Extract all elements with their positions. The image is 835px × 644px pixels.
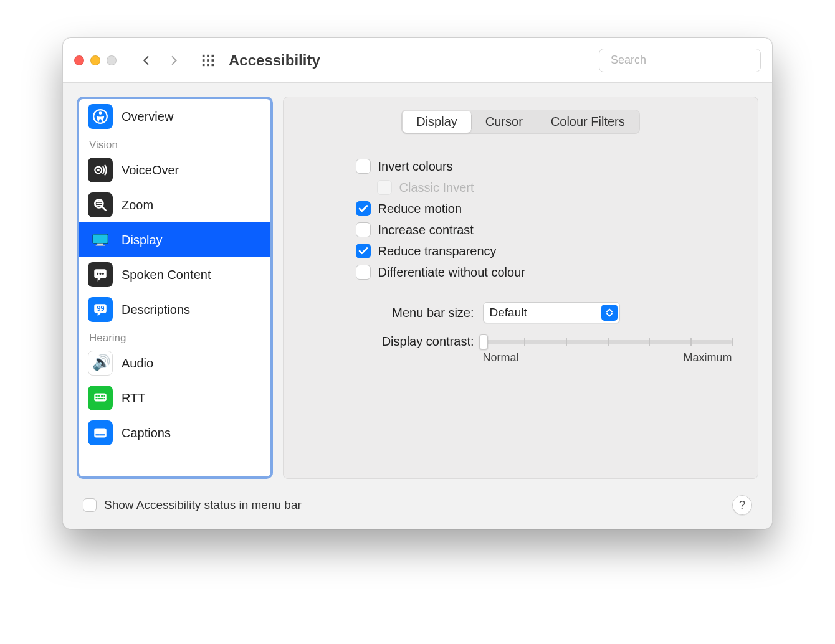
help-button[interactable]: ?	[732, 495, 752, 515]
svg-rect-39	[100, 434, 105, 435]
option-increase-contrast[interactable]: Increase contrast	[356, 222, 705, 237]
svg-rect-0	[203, 54, 205, 57]
option-differentiate-without-colour[interactable]: Differentiate without colour	[356, 265, 705, 280]
sidebar-item-overview[interactable]: Overview	[79, 99, 270, 134]
svg-point-12	[99, 111, 102, 115]
sidebar-item-voiceover[interactable]: VoiceOver	[79, 153, 270, 187]
svg-point-24	[97, 273, 98, 275]
close-window-button[interactable]	[74, 55, 84, 65]
sidebar-item-captions[interactable]: Captions	[79, 415, 270, 450]
sidebar-item-label: Display	[122, 233, 163, 247]
checkbox-reduce-motion[interactable]	[356, 201, 371, 216]
sidebar-item-label: Overview	[122, 110, 173, 124]
checkbox-invert-colours[interactable]	[356, 159, 371, 174]
zoom-window-button[interactable]	[107, 55, 117, 65]
option-classic-invert: Classic Invert	[377, 180, 705, 195]
svg-point-26	[102, 273, 104, 275]
svg-rect-33	[103, 395, 105, 397]
sidebar-item-descriptions[interactable]: 99 Descriptions	[79, 292, 270, 327]
checkbox-differentiate-without-colour[interactable]	[356, 265, 371, 280]
spoken-content-icon	[88, 262, 113, 287]
sidebar-item-label: VoiceOver	[122, 163, 179, 178]
sidebar-item-zoom[interactable]: Zoom	[79, 187, 270, 222]
slider-max-label: Maximum	[683, 351, 732, 364]
svg-rect-35	[98, 398, 103, 399]
slider-min-label: Normal	[483, 351, 519, 364]
menu-bar-size-label: Menu bar size:	[356, 306, 474, 320]
checkbox-increase-contrast[interactable]	[356, 222, 371, 237]
sidebar-item-spoken-content[interactable]: Spoken Content	[79, 257, 270, 292]
zoom-icon	[88, 192, 113, 217]
display-contrast-row: Display contrast: No	[356, 334, 705, 364]
svg-rect-38	[95, 434, 100, 435]
option-reduce-motion[interactable]: Reduce motion	[356, 201, 705, 216]
option-label: Reduce transparency	[378, 244, 497, 258]
tab-display[interactable]: Display	[403, 111, 471, 133]
svg-rect-5	[212, 59, 214, 62]
option-reduce-transparency[interactable]: Reduce transparency	[356, 244, 705, 258]
chevron-left-icon	[141, 55, 152, 66]
display-contrast-slider[interactable]	[483, 340, 732, 344]
checkbox-show-status[interactable]	[83, 498, 97, 512]
search-field[interactable]	[599, 49, 761, 72]
svg-rect-37	[94, 428, 107, 437]
check-icon	[358, 203, 369, 214]
svg-rect-21	[97, 244, 103, 245]
svg-rect-22	[96, 245, 105, 246]
overview-icon	[88, 104, 113, 129]
option-label: Differentiate without colour	[378, 265, 525, 280]
rtt-icon	[88, 386, 113, 410]
captions-icon	[88, 420, 113, 445]
svg-rect-20	[93, 234, 108, 244]
svg-rect-8	[212, 64, 214, 66]
tab-colour-filters[interactable]: Colour Filters	[537, 111, 639, 133]
sidebar-item-label: Audio	[122, 356, 153, 371]
question-mark-icon: ?	[739, 498, 746, 512]
select-value: Default	[490, 306, 527, 320]
svg-rect-6	[203, 64, 205, 66]
sidebar-item-audio[interactable]: 🔊 Audio	[79, 346, 270, 381]
svg-rect-34	[95, 398, 97, 399]
forward-button[interactable]	[165, 52, 183, 69]
option-label: Increase contrast	[378, 223, 474, 237]
voiceover-icon	[88, 158, 113, 182]
show-all-button[interactable]	[201, 54, 215, 67]
svg-rect-2	[212, 54, 214, 57]
minimize-window-button[interactable]	[90, 55, 100, 65]
menu-bar-size-row: Menu bar size: Default	[356, 302, 705, 323]
tab-cursor[interactable]: Cursor	[472, 111, 537, 133]
menu-bar-size-select[interactable]: Default	[483, 302, 620, 323]
sidebar-item-label: Descriptions	[122, 303, 190, 317]
option-invert-colours[interactable]: Invert colours	[356, 159, 705, 174]
sidebar-item-label: Spoken Content	[122, 268, 211, 282]
svg-rect-36	[103, 398, 105, 399]
option-label: Invert colours	[378, 159, 453, 174]
display-contrast-label: Display contrast:	[356, 334, 474, 349]
select-stepper-icon	[601, 305, 618, 321]
sidebar-section-vision: Vision	[79, 134, 270, 153]
accessibility-preferences-window: Accessibility Overview Vision	[62, 37, 773, 529]
svg-line-16	[102, 207, 106, 211]
sidebar-item-rtt[interactable]: RTT	[79, 381, 270, 415]
sidebar: Overview Vision VoiceOver Zoom	[77, 97, 273, 479]
option-label: Classic Invert	[399, 181, 474, 195]
svg-rect-30	[95, 395, 97, 397]
svg-point-25	[99, 273, 101, 275]
display-tabs: Display Cursor Colour Filters	[401, 110, 640, 134]
window-title: Accessibility	[229, 52, 320, 69]
descriptions-icon: 99	[88, 297, 113, 322]
sidebar-item-display[interactable]: Display	[79, 222, 270, 257]
sidebar-item-label: Captions	[122, 426, 171, 440]
svg-rect-3	[203, 59, 205, 62]
sidebar-item-label: Zoom	[122, 198, 153, 212]
chevron-right-icon	[168, 55, 179, 66]
back-button[interactable]	[138, 52, 155, 69]
checkbox-classic-invert	[377, 180, 392, 195]
search-input[interactable]	[611, 54, 755, 67]
main-panel: Display Cursor Colour Filters Invert col…	[283, 97, 758, 479]
svg-rect-7	[207, 64, 209, 66]
grid-icon	[201, 54, 215, 67]
slider-thumb[interactable]	[479, 334, 488, 349]
svg-rect-1	[207, 54, 209, 57]
checkbox-reduce-transparency[interactable]	[356, 244, 371, 258]
